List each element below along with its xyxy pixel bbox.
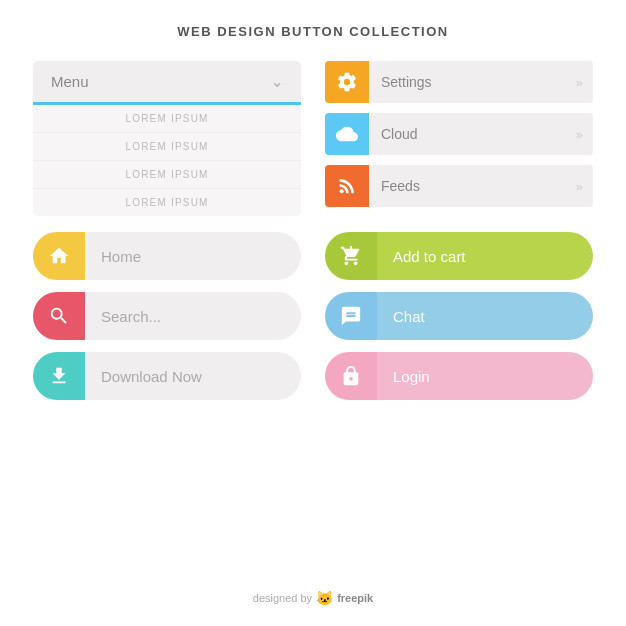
chevron-right-icon: » [576,61,593,103]
icon-buttons-block: Settings » Cloud » Feeds » [325,61,593,216]
chevron-right-icon: » [576,165,593,207]
search-label: Search... [85,292,301,340]
login-label: Login [377,352,593,400]
home-button[interactable]: Home [33,232,301,280]
chat-label: Chat [377,292,593,340]
cloud-icon [325,113,369,155]
download-label: Download Now [85,352,301,400]
chat-icon [325,292,377,340]
cart-icon [325,232,377,280]
footer-text: designed by [253,592,312,604]
list-item[interactable]: LOREM IPSUM [33,105,301,133]
list-item[interactable]: LOREM IPSUM [33,161,301,189]
list-item[interactable]: LOREM IPSUM [33,189,301,216]
download-icon [33,352,85,400]
page-title: WEB DESIGN BUTTON COLLECTION [177,24,448,39]
settings-label: Settings [369,61,576,103]
footer-brand: freepik [337,592,373,604]
gear-icon [325,61,369,103]
menu-header[interactable]: Menu ⌄ [33,61,301,102]
rss-icon [325,165,369,207]
footer: designed by 🐱 freepik [253,576,373,606]
home-icon [33,232,85,280]
add-to-cart-button[interactable]: Add to cart [325,232,593,280]
bottom-grid: Home Add to cart Search... Chat [33,232,593,400]
list-item[interactable]: LOREM IPSUM [33,133,301,161]
feeds-label: Feeds [369,165,576,207]
search-button[interactable]: Search... [33,292,301,340]
settings-button[interactable]: Settings » [325,61,593,103]
menu-label: Menu [51,73,89,90]
chevron-down-icon: ⌄ [271,74,283,90]
lock-icon [325,352,377,400]
chevron-right-icon: » [576,113,593,155]
main-grid: Menu ⌄ LOREM IPSUM LOREM IPSUM LOREM IPS… [33,61,593,216]
home-label: Home [85,232,301,280]
menu-block: Menu ⌄ LOREM IPSUM LOREM IPSUM LOREM IPS… [33,61,301,216]
cloud-button[interactable]: Cloud » [325,113,593,155]
menu-items: LOREM IPSUM LOREM IPSUM LOREM IPSUM LORE… [33,105,301,216]
freepik-logo-icon: 🐱 [316,590,333,606]
download-button[interactable]: Download Now [33,352,301,400]
add-to-cart-label: Add to cart [377,232,593,280]
cloud-label: Cloud [369,113,576,155]
chat-button[interactable]: Chat [325,292,593,340]
feeds-button[interactable]: Feeds » [325,165,593,207]
svg-point-0 [340,189,344,193]
search-icon [33,292,85,340]
login-button[interactable]: Login [325,352,593,400]
